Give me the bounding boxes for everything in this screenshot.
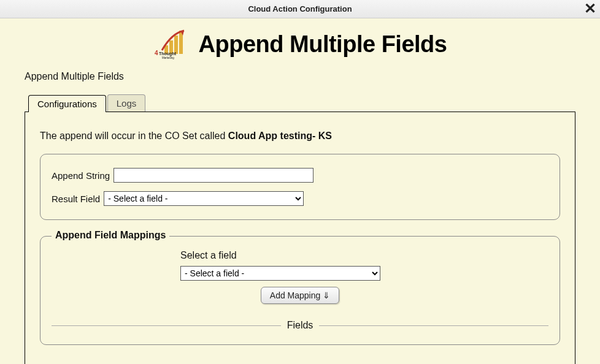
- append-string-label: Append String: [52, 170, 110, 181]
- append-field-mappings-group: Append Field Mappings Select a field - S…: [40, 236, 560, 345]
- window-title: Cloud Action Configuration: [248, 4, 352, 13]
- page-title: Append Multiple Fields: [199, 31, 447, 58]
- svg-text:4: 4: [155, 50, 158, 56]
- tab-panel-configurations: The append will occur in the CO Set call…: [25, 112, 575, 364]
- intro-prefix: The append will occur in the CO Set call…: [40, 131, 228, 141]
- result-field-label: Result Field: [52, 194, 100, 204]
- mappings-inner: Select a field - Select a field - Add Ma…: [52, 250, 548, 331]
- append-string-input[interactable]: [113, 168, 313, 183]
- tab-logs[interactable]: Logs: [107, 94, 146, 112]
- page-subheading: Append Multiple Fields: [25, 71, 575, 82]
- svg-text:Thought: Thought: [159, 51, 177, 56]
- mapping-field-select[interactable]: - Select a field -: [180, 266, 380, 281]
- intro-text: The append will occur in the CO Set call…: [40, 131, 560, 142]
- content-scroll-area[interactable]: 4 Thought Marketing Append Multiple Fiel…: [0, 18, 600, 364]
- mappings-legend: Append Field Mappings: [52, 230, 169, 241]
- result-field-row: Result Field - Select a field -: [52, 191, 548, 206]
- tab-configurations[interactable]: Configurations: [28, 95, 106, 112]
- fields-divider-label: Fields: [287, 320, 313, 331]
- content-inner: 4 Thought Marketing Append Multiple Fiel…: [0, 18, 600, 364]
- page-header: 4 Thought Marketing Append Multiple Fiel…: [25, 28, 575, 60]
- mapping-select-wrap: - Select a field -: [180, 266, 548, 281]
- result-field-select[interactable]: - Select a field -: [104, 191, 304, 206]
- append-settings-group: Append String Result Field - Select a fi…: [40, 154, 560, 220]
- window-titlebar: Cloud Action Configuration ✕: [0, 0, 600, 18]
- append-string-row: Append String: [52, 168, 548, 183]
- add-mapping-button[interactable]: Add Mapping ⇓: [261, 287, 339, 304]
- divider-line-left: [52, 325, 281, 326]
- mapping-select-label: Select a field: [180, 250, 548, 261]
- fields-divider-row: Fields: [52, 320, 548, 331]
- divider-line-right: [319, 325, 548, 326]
- tab-list: Configurations Logs: [28, 94, 575, 112]
- close-icon[interactable]: ✕: [584, 1, 596, 16]
- intro-co-set-name: Cloud App testing- KS: [228, 131, 332, 141]
- brand-logo-icon: 4 Thought Marketing: [153, 28, 191, 60]
- svg-text:Marketing: Marketing: [162, 56, 174, 59]
